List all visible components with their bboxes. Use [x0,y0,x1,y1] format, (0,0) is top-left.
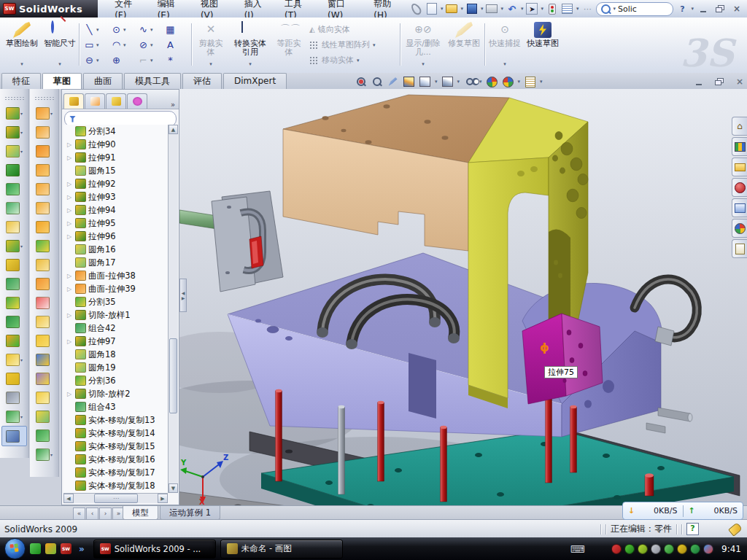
expand-arrow-icon[interactable]: ▷ [67,233,73,240]
network-warning-icon[interactable] [677,544,687,554]
tree-item[interactable]: ▷ 曲面-拉伸38 [63,269,168,282]
open-caret[interactable]: ▾ [460,6,463,12]
toolbar-button[interactable]: ▾ [0,407,28,426]
pan-icon[interactable] [387,76,399,88]
tree-item[interactable]: ▷ 圆角15 [63,164,168,177]
sketch-entity-button[interactable]: ⌐ ▾ [136,52,163,68]
expand-arrow-icon[interactable]: ▷ [67,220,73,227]
tree-item[interactable]: ▷ 曲面-拉伸39 [63,282,168,295]
tree-item[interactable]: ▷ 实体-移动/复制17 [63,466,168,479]
toolbar-button[interactable]: ▾ [30,369,58,388]
toolbar-button[interactable]: ▾ [0,293,28,312]
ribbon-tab[interactable]: 曲面 [83,73,123,89]
tree-item[interactable]: ▷ 拉伸91 [63,151,168,164]
toolbar-button[interactable]: ▾ [30,141,58,160]
tree-item[interactable]: ▷ 圆角19 [63,361,168,374]
expand-arrow-icon[interactable]: ▷ [67,273,73,279]
print-caret[interactable]: ▾ [500,6,503,12]
tree-item[interactable]: ▷ 拉伸97 [63,335,168,348]
toolbar-button[interactable]: ▾ [0,255,28,274]
hide-show-items-icon[interactable] [463,76,476,88]
propertymanager-tab[interactable] [85,93,105,109]
search-value[interactable]: Solic [618,4,637,14]
restore-button[interactable] [713,3,727,15]
tree-item[interactable]: ▷ 拉伸95 [63,217,168,230]
start-button[interactable] [4,538,26,559]
toolbar-button[interactable]: ▾ [30,217,58,236]
doc-minimize-button[interactable] [692,76,706,88]
zoom-area-icon[interactable] [371,76,383,88]
toolbar-button[interactable]: ▾ [0,217,28,236]
configurationmanager-tab[interactable] [106,93,126,109]
tree-horizontal-scrollbar[interactable]: ◀ ⋯ ▶ [63,493,168,503]
repair-sketch-button[interactable]: 修复草图 [446,20,481,69]
toolbar-button[interactable]: ▾ [30,350,58,369]
gray-clamp-part[interactable] [212,191,283,292]
ribbon-tab[interactable]: DimXpert [223,73,287,89]
tree-item[interactable]: ▷ 实体-移动/复制15 [63,440,168,453]
rebuild-button[interactable] [546,3,559,15]
toolbar-button[interactable]: ▾ [30,331,58,350]
sketch-entity-button[interactable]: ▭ ▾ [82,37,109,52]
tree-item[interactable]: ▷ 实体-移动/复制13 [63,413,168,427]
section-view-icon[interactable] [403,76,415,88]
quick-launch-overflow[interactable]: » [79,544,85,554]
tree-vertical-scrollbar[interactable]: ▲ ▼ [168,125,178,493]
open-button[interactable] [445,3,458,15]
options-caret[interactable]: ▾ [576,6,579,12]
toolbar-button[interactable]: ▾ [30,407,58,426]
view-settings-caret[interactable]: ▾ [540,79,543,85]
quick-snaps-button[interactable]: ⊙ 快速捕捉▾ [487,20,522,69]
tree-item[interactable]: ▷ 实体-移动/复制14 [63,427,168,440]
sync-icon[interactable] [664,544,674,554]
tree-item[interactable]: ▷ 拉伸94 [63,203,168,217]
first-tab-button[interactable]: « [73,508,85,520]
expand-arrow-icon[interactable]: ▷ [67,312,73,319]
save-caret[interactable]: ▾ [481,6,484,12]
file-explorer-tab[interactable] [732,158,747,176]
toolbar-button[interactable]: ▾ [30,160,58,179]
options-button[interactable] [561,3,574,15]
sketch-entity-button[interactable]: ╲ ▾ [82,22,109,37]
toolbar-button[interactable]: ▾ [0,179,28,198]
tree-item[interactable]: ▷ 实体-移动/复制18 [63,479,168,492]
select-button[interactable]: ➤ [525,3,538,15]
dimxpertmanager-tab[interactable] [127,93,147,109]
tree-item[interactable]: ▷ 圆角16 [63,243,168,256]
tree-item[interactable]: ▷ 分割36 [63,374,168,387]
ribbon-tab[interactable]: 特征 [1,73,41,89]
expand-arrow-icon[interactable]: ▷ [67,207,73,214]
expand-arrow-icon[interactable]: ▷ [67,391,73,397]
antivirus-icon[interactable] [611,544,622,554]
toolbar-button[interactable]: ▾ [0,369,28,388]
custom-properties-tab[interactable] [732,239,747,258]
security-plus-icon[interactable] [690,544,700,554]
hide-show-caret[interactable]: ▾ [479,79,482,85]
taskbar-clock[interactable]: 9:41 [721,544,741,554]
tree-item[interactable]: ▷ 分割35 [63,295,168,308]
pattern-caret[interactable]: ▾ [373,42,376,48]
expand-arrow-icon[interactable]: ▷ [67,141,73,148]
toolbar-button[interactable]: ▾ [30,122,58,141]
trim-entities-button[interactable]: ✕ 剪裁实体▾ [194,20,228,69]
ribbon-tab[interactable]: 草图 [42,73,82,89]
tree-item[interactable]: ▷ 圆角18 [63,348,168,361]
taskbar-app-button[interactable]: 未命名 - 画图 [220,540,343,559]
toolbar-button[interactable]: ▾ [30,293,58,312]
zoom-fit-icon[interactable] [355,76,367,88]
toolbar-button[interactable]: ▾ [30,426,58,445]
volume-icon[interactable] [651,544,661,554]
new-document-caret[interactable]: ▾ [441,6,444,12]
scroll-left-arrow[interactable]: ◀ [63,494,74,503]
scroll-up-arrow[interactable]: ▲ [169,125,178,134]
search-box[interactable]: ▾ Solic [596,2,673,16]
tree-item[interactable]: ▷ 组合42 [63,322,168,335]
expand-arrow-icon[interactable]: ▷ [67,181,73,187]
view-settings-icon[interactable] [524,76,536,88]
new-document-button[interactable] [425,3,438,15]
shield-green-icon[interactable] [624,544,635,554]
convert-entities-button[interactable]: 转换实体引用▾ [231,20,270,69]
tree-item[interactable]: ▷ 切除-放样1 [63,308,168,322]
appearances-tab[interactable] [732,219,747,238]
toolbar-button[interactable]: ▾ [0,122,28,141]
